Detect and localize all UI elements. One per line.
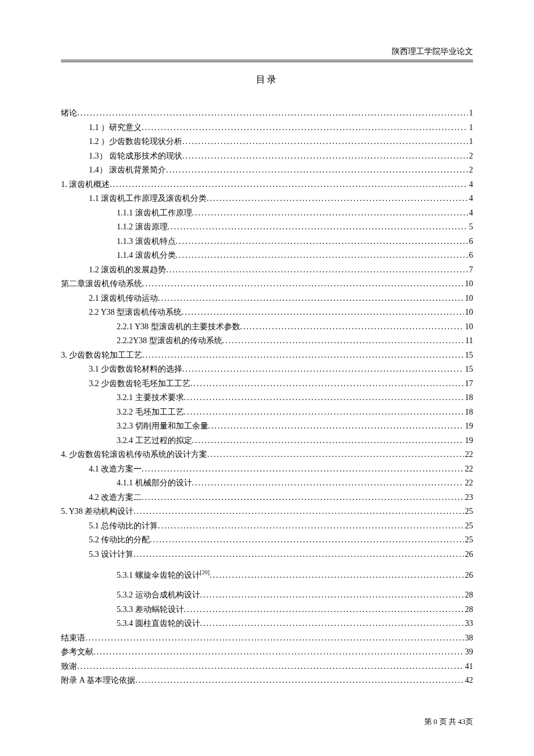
toc-leader-dots (184, 405, 464, 420)
toc-entry-text: 3.2.4 工艺过程的拟定 (117, 434, 192, 448)
toc-entry-superscript: [20] (200, 569, 210, 575)
toc-entry-page: 22 (464, 448, 473, 462)
toc-entry-page: 1 (468, 121, 473, 135)
toc-entry: 3.2.2 毛坯加工工艺18 (61, 405, 473, 420)
toc-entry-page: 17 (464, 377, 473, 391)
toc-entry: 4.1 改造方案一22 (61, 462, 473, 477)
toc-entry-text: 1. 滚齿机概述 (61, 178, 110, 192)
toc-leader-dots (150, 533, 464, 548)
toc-entry: 1.3） 齿轮成形技术的现状2 (61, 149, 473, 164)
toc-entry-text: 4.1 改造方案一 (89, 462, 142, 477)
toc-entry-page: 25 (464, 519, 473, 534)
page-footer: 第 0 页 共 43页 (424, 717, 474, 727)
toc-entry: 5.3.1 螺旋伞齿轮的设计[20]26 (61, 567, 473, 582)
toc-entry-text: 1.2 滚齿机的发展趋势 (89, 263, 166, 278)
toc-entry: 2.2 Y38 型滚齿机传动系统10 (61, 305, 473, 320)
toc-leader-dots (134, 505, 464, 519)
toc-entry-text: 5.3.4 圆柱直齿轮的设计 (117, 617, 200, 631)
toc-entry-page: 10 (464, 305, 473, 320)
toc-entry-text: 1.2 ）少齿数齿轮现状分析 (89, 135, 182, 149)
toc-entry-page: 19 (464, 434, 473, 448)
toc-entry-page: 38 (464, 631, 473, 646)
toc-entry-page: 28 (464, 603, 473, 617)
toc-entry-text: 5.3 设计计算 (89, 548, 134, 562)
toc-entry: 3.2.1 主要技术要求18 (61, 391, 473, 405)
toc-entry-text: 3.2.3 切削用量和加工余量 (117, 419, 208, 434)
toc-leader-dots (168, 220, 468, 235)
toc-leader-dots (142, 348, 464, 363)
toc-entry-text: 2.2.1 Y38 型滚齿机的主要技术参数 (117, 320, 240, 334)
toc-entry: 1.2 滚齿机的发展趋势7 (61, 263, 473, 278)
toc-entry-page: 5 (468, 220, 473, 235)
toc-entry-text: 3.2 少齿数齿轮毛坯加工工艺 (89, 377, 190, 391)
toc-entry: 1.4） 滚齿机背景简介2 (61, 163, 473, 178)
toc-entry-text: 5.3.2 运动合成机构设计 (117, 588, 200, 603)
toc-entry-page: 10 (464, 320, 473, 334)
toc-entry-text: 附录 A 基本理论依据 (61, 674, 135, 688)
toc-entry-text: 1.4） 滚齿机背景简介 (89, 163, 166, 178)
toc-title: 目录 (61, 74, 473, 86)
toc-leader-dots (135, 674, 464, 688)
toc-entry-text: 5.2 传动比的分配 (89, 533, 150, 548)
toc-entry-text: 4. 少齿数齿轮滚齿机传动系统的设计方案 (61, 448, 207, 462)
toc-entry-page: 1 (468, 106, 473, 121)
toc-entry-text: 4.1.1 机械部分的设计 (117, 476, 192, 491)
toc-leader-dots (182, 305, 464, 320)
toc-entry-text: 5.3.1 螺旋伞齿轮的设计[20] (117, 567, 210, 582)
toc-entry-page: 23 (464, 491, 473, 505)
toc-entry-text: 5. Y38 差动机构设计 (61, 505, 134, 519)
toc-entry: 1.1.4 滚齿机分类6 (61, 249, 473, 263)
toc-entry-page: 11 (464, 334, 473, 348)
toc-entry-text: 1.1.1 滚齿机工作原理 (117, 206, 192, 221)
toc-leader-dots (182, 135, 468, 149)
toc-entry: 第二章滚齿机传动系统10 (61, 277, 473, 291)
toc-entry: 3.2.3 切削用量和加工余量19 (61, 419, 473, 434)
toc-entry-page: 25 (464, 533, 473, 548)
toc-entry-page: 26 (464, 568, 473, 583)
toc-entry-page: 18 (464, 391, 473, 405)
toc-entry-text: 绪论 (61, 106, 77, 121)
toc-entry: 5.1 总传动比的计算25 (61, 519, 473, 534)
toc-leader-dots (182, 362, 464, 377)
footer-total-pages: 43 (458, 717, 466, 726)
toc-entry-text: 1.1.4 滚齿机分类 (117, 249, 176, 263)
toc-entry: 1.1.3 滚齿机特点6 (61, 235, 473, 249)
toc-leader-dots (158, 291, 464, 306)
toc-leader-dots (142, 462, 464, 477)
toc-entry-text: 5.1 总传动比的计算 (89, 519, 158, 534)
footer-prefix: 第 (424, 717, 432, 726)
institution-name: 陕西理工学院毕业论文 (392, 47, 473, 56)
toc-entry-page: 2 (468, 149, 473, 164)
toc-leader-dots (200, 617, 464, 631)
footer-mid: 页 共 (439, 717, 456, 726)
toc-entry-page: 22 (464, 476, 473, 491)
toc-entry: 2.2.2Y38 型滚齿机的传动系统11 (61, 334, 473, 348)
toc-entry-page: 15 (464, 348, 473, 363)
toc-entry: 3.2.4 工艺过程的拟定19 (61, 434, 473, 448)
toc-entry-text: 3.1 少齿数齿轮材料的选择 (89, 362, 182, 377)
toc-leader-dots (142, 491, 464, 505)
toc-leader-dots (240, 320, 464, 334)
toc-entry: 4.1.1 机械部分的设计22 (61, 476, 473, 491)
toc-entry: 1.1.1 滚齿机工作原理4 (61, 206, 473, 221)
toc-entry: 1. 滚齿机概述4 (61, 178, 473, 192)
toc-entry-page: 6 (468, 235, 473, 249)
toc-entry-page: 18 (464, 405, 473, 420)
toc-entry-text: 参考文献 (61, 645, 93, 660)
toc-leader-dots (176, 235, 468, 249)
toc-leader-dots (192, 476, 464, 491)
toc-leader-dots (210, 568, 464, 583)
toc-leader-dots (208, 419, 464, 434)
toc-entry-page: 7 (468, 263, 473, 278)
toc-leader-dots (77, 660, 464, 674)
toc-entry-page: 22 (464, 462, 473, 477)
toc-entry-text: 3.2.2 毛坯加工工艺 (117, 405, 184, 420)
footer-current-page: 0 (434, 717, 438, 726)
toc-entry-page: 4 (468, 192, 473, 206)
toc-leader-dots (184, 603, 464, 617)
toc-entry: 2.2.1 Y38 型滚齿机的主要技术参数10 (61, 320, 473, 334)
toc-leader-dots (142, 121, 468, 135)
toc-entry: 参考文献39 (61, 645, 473, 660)
toc-entry: 5.3.2 运动合成机构设计28 (61, 588, 473, 603)
header-divider (61, 62, 473, 62)
